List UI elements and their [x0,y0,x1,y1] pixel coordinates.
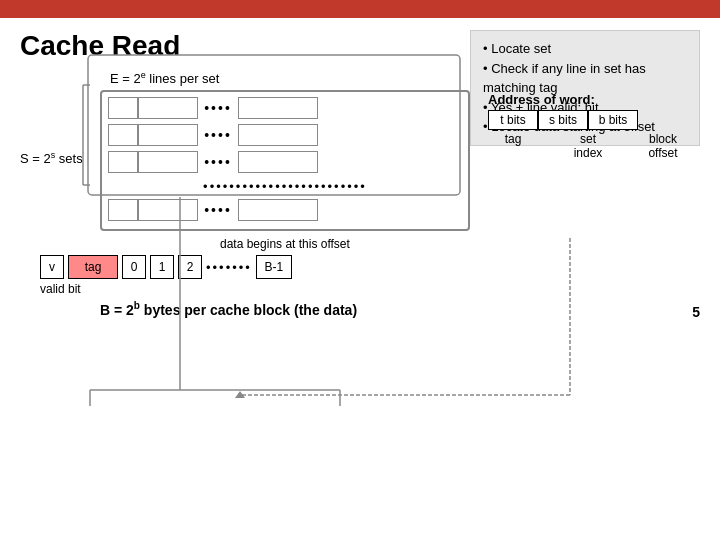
num1-cell: 1 [150,255,174,279]
cache-row-3: •••• [108,150,462,174]
t-bits-box: t bits [488,110,538,130]
dots-row: ••••••••••••••••••••••••• [108,177,462,195]
cache-row-1: •••• [108,96,462,120]
num0-cell: 0 [122,255,146,279]
num2-cell: 2 [178,255,202,279]
data-dots: ••••••• [206,260,252,275]
b-bits-box: b bits [588,110,638,130]
s-bits-box: s bits [538,110,588,130]
data-begins-label: data begins at this offset [220,237,350,251]
info-item-1: Locate set [483,39,687,59]
top-bar [0,0,720,18]
lower-section: data begins at this offset v tag 0 1 2 •… [20,237,357,318]
v-cell: v [40,255,64,279]
s-label: S = 2s sets [20,90,100,166]
block-offset-label: blockoffset [638,132,688,160]
page-number: 5 [692,304,700,320]
svg-marker-7 [235,391,245,398]
cache-row-5: •••• [108,198,462,222]
cache-structure: •••• •••• •••• •••••••• [100,90,470,231]
address-word-box: Address of word: t bits s bits b bits ta… [488,92,720,160]
cache-line-detail: v tag 0 1 2 ••••••• B-1 [40,255,292,279]
valid-bit-label: valid bit [40,282,81,296]
cache-row-2: •••• [108,123,462,147]
b-label: B = 2b bytes per cache block (the data) [100,300,357,318]
set-index-label: setindex [538,132,638,160]
e-label: E = 2e lines per set [110,70,219,86]
tag-cell: tag [68,255,118,279]
address-word-title: Address of word: [488,92,720,107]
b1-cell: B-1 [256,255,292,279]
tag-word-label: tag [488,132,538,160]
